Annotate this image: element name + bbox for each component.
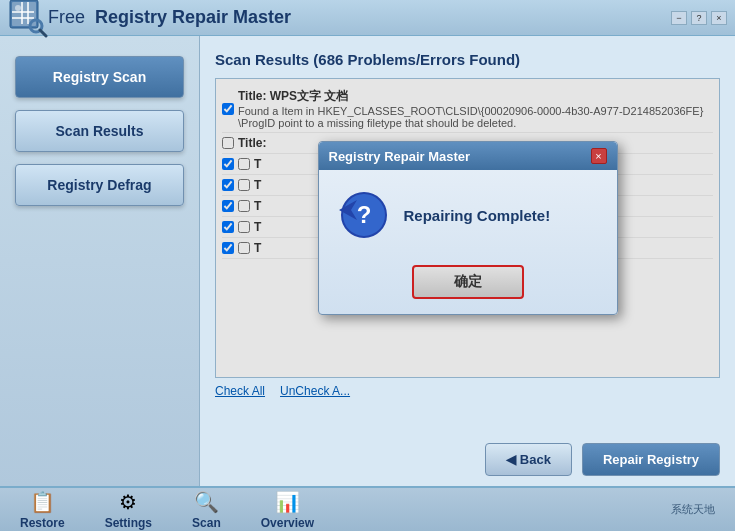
repair-registry-button[interactable]: Repair Registry	[582, 443, 720, 476]
watermark: 系统天地	[671, 502, 715, 517]
help-button[interactable]: ?	[691, 11, 707, 25]
footer-restore[interactable]: 📋 Restore	[20, 490, 65, 530]
sidebar: Registry Scan Scan Results Registry Defr…	[0, 36, 200, 486]
dialog-overlay: Registry Repair Master × ?	[216, 79, 719, 377]
svg-line-7	[40, 30, 46, 36]
sidebar-item-registry-defrag[interactable]: Registry Defrag	[15, 164, 184, 206]
logo-icon	[8, 0, 48, 38]
dialog-body: ? Repairing Complete!	[319, 170, 617, 255]
content-area: Scan Results (686 Problems/Errors Found)…	[200, 36, 735, 486]
dialog-titlebar: Registry Repair Master ×	[319, 142, 617, 170]
restore-label: Restore	[20, 516, 65, 530]
close-button[interactable]: ×	[711, 11, 727, 25]
repair-complete-dialog: Registry Repair Master × ?	[318, 141, 618, 315]
app-logo	[8, 0, 48, 38]
footer-overview[interactable]: 📊 Overview	[261, 490, 314, 530]
svg-text:?: ?	[356, 201, 371, 228]
bottom-links: Check All UnCheck A...	[215, 384, 720, 398]
question-icon-svg: ?	[339, 190, 389, 240]
dialog-close-button[interactable]: ×	[591, 148, 607, 164]
uncheck-all-link[interactable]: UnCheck A...	[280, 384, 350, 398]
sidebar-item-registry-scan[interactable]: Registry Scan	[15, 56, 184, 98]
footer-scan[interactable]: 🔍 Scan	[192, 490, 221, 530]
dialog-question-icon: ?	[339, 190, 389, 240]
app-title: Free Registry Repair Master	[48, 7, 671, 28]
overview-label: Overview	[261, 516, 314, 530]
results-list[interactable]: Title: WPS文字 文档 Found a Item in HKEY_CLA…	[215, 78, 720, 378]
back-button[interactable]: ◀ Back	[485, 443, 572, 476]
content-title: Scan Results (686 Problems/Errors Found)	[215, 51, 720, 68]
settings-label: Settings	[105, 516, 152, 530]
sidebar-item-scan-results[interactable]: Scan Results	[15, 110, 184, 152]
dialog-ok-button[interactable]: 确定	[412, 265, 524, 299]
footer-settings[interactable]: ⚙ Settings	[105, 490, 152, 530]
settings-icon: ⚙	[119, 490, 137, 514]
title-bar: Free Registry Repair Master − ? ×	[0, 0, 735, 36]
check-all-link[interactable]: Check All	[215, 384, 265, 398]
overview-icon: 📊	[275, 490, 300, 514]
restore-icon: 📋	[30, 490, 55, 514]
minimize-button[interactable]: −	[671, 11, 687, 25]
scan-label: Scan	[192, 516, 221, 530]
dialog-footer: 确定	[319, 255, 617, 314]
dialog-message: Repairing Complete!	[404, 207, 551, 224]
footer: 📋 Restore ⚙ Settings 🔍 Scan 📊 Overview 系…	[0, 486, 735, 531]
dialog-title: Registry Repair Master	[329, 149, 471, 164]
main-area: Registry Scan Scan Results Registry Defr…	[0, 36, 735, 486]
bottom-buttons: ◀ Back Repair Registry	[485, 443, 720, 476]
window-controls: − ? ×	[671, 11, 727, 25]
scan-icon: 🔍	[194, 490, 219, 514]
svg-point-8	[15, 5, 21, 11]
